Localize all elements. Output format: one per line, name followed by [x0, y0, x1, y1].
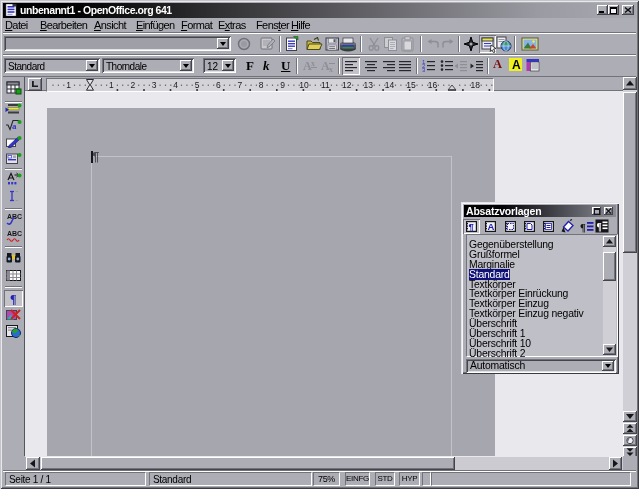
svg-text:3: 3 [422, 67, 426, 73]
svg-text:9: 9 [280, 80, 285, 90]
svg-text:¶: ¶ [10, 292, 16, 306]
svg-text:13: 13 [363, 80, 373, 90]
svg-text:ABC: ABC [7, 230, 22, 237]
svg-text:16: 16 [428, 80, 438, 90]
svg-text:a: a [12, 121, 17, 131]
svg-text:5: 5 [195, 80, 200, 90]
svg-text:3: 3 [152, 80, 157, 90]
svg-text:11: 11 [321, 80, 330, 90]
svg-text:x: x [311, 59, 315, 68]
svg-text:8: 8 [259, 80, 264, 90]
svg-text:ABC: ABC [7, 213, 22, 220]
svg-text:¶: ¶ [597, 222, 602, 232]
svg-text:18: 18 [470, 80, 480, 90]
svg-text:6: 6 [216, 80, 221, 90]
svg-text:¶: ¶ [468, 221, 473, 232]
svg-text:15: 15 [406, 80, 416, 90]
svg-text:7: 7 [237, 80, 242, 90]
svg-text:1: 1 [109, 80, 114, 90]
svg-text:12: 12 [342, 80, 352, 90]
svg-text:¶: ¶ [580, 222, 586, 233]
svg-text:14: 14 [385, 80, 395, 90]
svg-text:10: 10 [299, 80, 309, 90]
svg-text:4: 4 [173, 80, 178, 90]
svg-text:A: A [488, 221, 495, 232]
svg-text:x: x [329, 65, 333, 73]
svg-text:2: 2 [130, 80, 135, 90]
svg-text:1: 1 [66, 80, 71, 90]
